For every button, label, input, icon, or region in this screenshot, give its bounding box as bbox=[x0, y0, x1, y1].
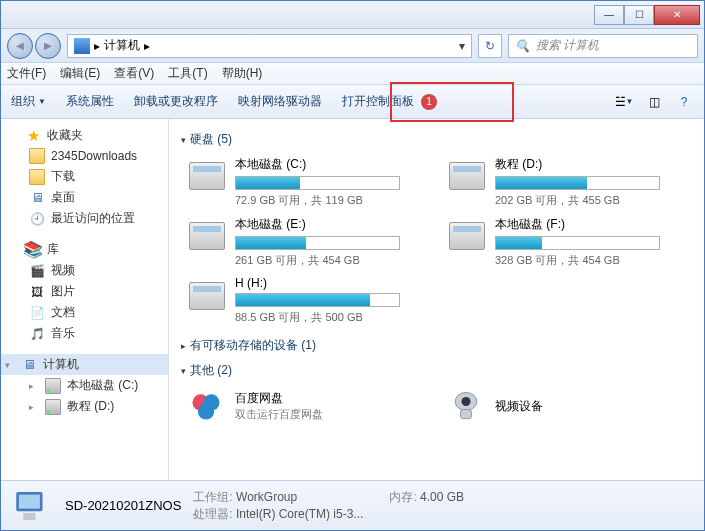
hdd-icon bbox=[447, 156, 487, 196]
sidebar-item-videos[interactable]: 🎬视频 bbox=[1, 260, 168, 281]
drive-usage-bar bbox=[235, 176, 400, 190]
address-bar[interactable]: ▸ 计算机 ▸ ▾ bbox=[67, 34, 472, 58]
music-icon: 🎵 bbox=[29, 326, 45, 342]
chevron-right-icon: ▸ bbox=[181, 341, 186, 351]
sidebar-item-music[interactable]: 🎵音乐 bbox=[1, 323, 168, 344]
help-button[interactable]: ? bbox=[674, 92, 694, 112]
search-placeholder: 搜索 计算机 bbox=[536, 37, 599, 54]
drive-usage-bar bbox=[235, 293, 400, 307]
menubar: 文件(F) 编辑(E) 查看(V) 工具(T) 帮助(H) bbox=[1, 63, 704, 85]
drive-item[interactable]: 教程 (D:) 202 GB 可用，共 455 GB bbox=[447, 156, 687, 208]
explorer-window: — ☐ ✕ ◄ ► ▸ 计算机 ▸ ▾ ↻ 🔍 搜索 计算机 文件(F) 编辑(… bbox=[0, 0, 705, 531]
nav-back-button[interactable]: ◄ bbox=[7, 33, 33, 59]
tool-system-properties[interactable]: 系统属性 bbox=[66, 93, 114, 110]
tool-uninstall[interactable]: 卸载或更改程序 bbox=[134, 93, 218, 110]
nav-forward-button[interactable]: ► bbox=[35, 33, 61, 59]
menu-help[interactable]: 帮助(H) bbox=[222, 65, 263, 82]
tool-organize[interactable]: 组织▼ bbox=[11, 93, 46, 110]
drive-stat: 72.9 GB 可用，共 119 GB bbox=[235, 193, 427, 208]
sidebar-item-drive-c[interactable]: ▸本地磁盘 (C:) bbox=[1, 375, 168, 396]
library-icon: 📚 bbox=[25, 242, 41, 258]
drive-item[interactable]: 本地磁盘 (F:) 328 GB 可用，共 454 GB bbox=[447, 216, 687, 268]
hdd-icon bbox=[187, 276, 227, 316]
sidebar-item-desktop[interactable]: 🖥桌面 bbox=[1, 187, 168, 208]
preview-pane-button[interactable]: ◫ bbox=[644, 92, 664, 112]
drive-name: 本地磁盘 (E:) bbox=[235, 216, 427, 233]
drive-item[interactable]: 本地磁盘 (C:) 72.9 GB 可用，共 119 GB bbox=[187, 156, 427, 208]
caret-icon: ▾ bbox=[5, 360, 15, 370]
address-row: ◄ ► ▸ 计算机 ▸ ▾ ↻ 🔍 搜索 计算机 bbox=[1, 29, 704, 63]
folder-icon bbox=[29, 148, 45, 164]
sidebar-computer[interactable]: ▾ 🖥 计算机 bbox=[1, 354, 168, 375]
breadcrumb-sep: ▸ bbox=[144, 39, 150, 53]
section-drives[interactable]: ▾ 硬盘 (5) bbox=[181, 131, 692, 148]
tool-map-drive[interactable]: 映射网络驱动器 bbox=[238, 93, 322, 110]
baidu-icon bbox=[187, 387, 225, 425]
annotation-badge: 1 bbox=[421, 94, 437, 110]
drive-name: H (H:) bbox=[235, 276, 427, 290]
status-cpu: Intel(R) Core(TM) i5-3... bbox=[236, 507, 363, 521]
status-mem-label: 内存: bbox=[389, 490, 416, 504]
drive-item[interactable]: 本地磁盘 (E:) 261 GB 可用，共 454 GB bbox=[187, 216, 427, 268]
camera-icon bbox=[447, 387, 485, 425]
content-pane: ▾ 硬盘 (5) 本地磁盘 (C:) 72.9 GB 可用，共 119 GB 教… bbox=[169, 119, 704, 480]
status-computer-name: SD-20210201ZNOS bbox=[65, 498, 181, 513]
status-workgroup: WorkGroup bbox=[236, 490, 297, 504]
tool-control-panel[interactable]: 打开控制面板 1 bbox=[342, 93, 437, 110]
search-input[interactable]: 🔍 搜索 计算机 bbox=[508, 34, 698, 58]
hdd-icon bbox=[187, 156, 227, 196]
address-dropdown[interactable]: ▾ bbox=[453, 39, 471, 53]
computer-large-icon bbox=[11, 485, 53, 527]
sidebar: ★ 收藏夹 2345Downloads 下载 🖥桌面 🕘最近访问的位置 📚 库 … bbox=[1, 119, 169, 480]
drive-usage-bar bbox=[235, 236, 400, 250]
computer-icon bbox=[74, 38, 90, 54]
sidebar-item-recent[interactable]: 🕘最近访问的位置 bbox=[1, 208, 168, 229]
menu-tools[interactable]: 工具(T) bbox=[168, 65, 207, 82]
status-workgroup-label: 工作组: bbox=[193, 490, 232, 504]
other-item[interactable]: 视频设备 bbox=[447, 387, 687, 425]
menu-view[interactable]: 查看(V) bbox=[114, 65, 154, 82]
maximize-button[interactable]: ☐ bbox=[624, 5, 654, 25]
caret-icon: ▸ bbox=[29, 381, 39, 391]
search-icon: 🔍 bbox=[515, 39, 530, 53]
status-mem: 4.00 GB bbox=[420, 490, 464, 504]
close-button[interactable]: ✕ bbox=[654, 5, 700, 25]
star-icon: ★ bbox=[25, 128, 41, 144]
menu-edit[interactable]: 编辑(E) bbox=[60, 65, 100, 82]
drive-stat: 202 GB 可用，共 455 GB bbox=[495, 193, 687, 208]
other-name: 百度网盘 bbox=[235, 390, 323, 407]
drive-icon bbox=[45, 378, 61, 394]
svg-point-4 bbox=[462, 397, 471, 406]
chevron-down-icon: ▾ bbox=[181, 366, 186, 376]
computer-icon: 🖥 bbox=[21, 357, 37, 373]
drive-usage-bar bbox=[495, 176, 660, 190]
sidebar-favorites[interactable]: ★ 收藏夹 bbox=[1, 125, 168, 146]
drive-stat: 261 GB 可用，共 454 GB bbox=[235, 253, 427, 268]
svg-rect-8 bbox=[23, 513, 35, 520]
desktop-icon: 🖥 bbox=[29, 190, 45, 206]
svg-point-2 bbox=[198, 403, 214, 419]
other-item[interactable]: 百度网盘 双击运行百度网盘 bbox=[187, 387, 427, 425]
other-name: 视频设备 bbox=[495, 398, 543, 415]
refresh-button[interactable]: ↻ bbox=[478, 34, 502, 58]
view-mode-button[interactable]: ☱▼ bbox=[614, 92, 634, 112]
sidebar-item-drive-d[interactable]: ▸教程 (D:) bbox=[1, 396, 168, 417]
sidebar-item-documents[interactable]: 📄文档 bbox=[1, 302, 168, 323]
menu-file[interactable]: 文件(F) bbox=[7, 65, 46, 82]
chevron-down-icon: ▾ bbox=[181, 135, 186, 145]
folder-icon bbox=[29, 169, 45, 185]
sidebar-item-downloads1[interactable]: 2345Downloads bbox=[1, 146, 168, 166]
minimize-button[interactable]: — bbox=[594, 5, 624, 25]
sidebar-item-pictures[interactable]: 🖼图片 bbox=[1, 281, 168, 302]
drive-usage-bar bbox=[495, 236, 660, 250]
status-cpu-label: 处理器: bbox=[193, 507, 232, 521]
breadcrumb-root[interactable]: 计算机 bbox=[104, 37, 140, 54]
section-removable[interactable]: ▸ 有可移动存储的设备 (1) bbox=[181, 337, 692, 354]
picture-icon: 🖼 bbox=[29, 284, 45, 300]
section-other[interactable]: ▾ 其他 (2) bbox=[181, 362, 692, 379]
sidebar-libraries[interactable]: 📚 库 bbox=[1, 239, 168, 260]
svg-rect-5 bbox=[461, 410, 472, 419]
sidebar-item-downloads2[interactable]: 下载 bbox=[1, 166, 168, 187]
drive-item[interactable]: H (H:) 88.5 GB 可用，共 500 GB bbox=[187, 276, 427, 325]
toolbar: 组织▼ 系统属性 卸载或更改程序 映射网络驱动器 打开控制面板 1 ☱▼ ◫ ? bbox=[1, 85, 704, 119]
